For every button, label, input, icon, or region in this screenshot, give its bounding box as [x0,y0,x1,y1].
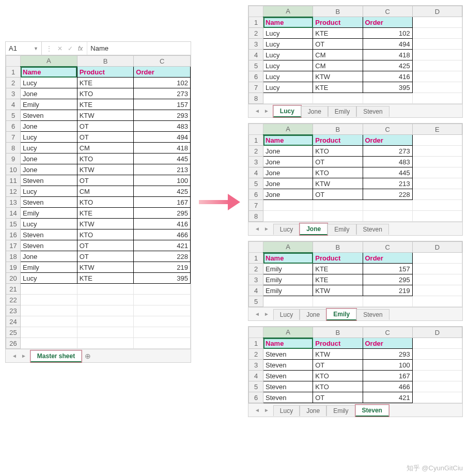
nav-prev-icon[interactable]: ◄ [255,108,260,114]
row-header-25[interactable]: 25 [6,327,21,338]
cell[interactable]: 416 [363,71,412,82]
cell[interactable]: KTW [77,262,134,273]
row-header-9[interactable]: 9 [6,153,21,164]
cell[interactable]: 421 [134,240,191,251]
cell[interactable]: 466 [363,381,412,392]
cell[interactable]: 100 [363,360,412,371]
master-grid[interactable]: ABC1NameProductOrder2LucyKTE1023JoneKTO2… [6,55,191,349]
cell[interactable]: 157 [363,264,412,274]
col-header-A[interactable]: A [263,124,313,135]
check-icon[interactable]: ✓ [68,45,73,52]
row-header-6[interactable]: 6 [6,121,21,132]
cell[interactable]: 273 [134,88,191,99]
cell[interactable] [412,253,462,264]
cell[interactable]: KTO [313,371,363,381]
nav-prev-icon[interactable]: ◄ [255,407,260,413]
cell[interactable]: Lucy [21,143,77,153]
cell[interactable] [412,296,462,307]
cell[interactable]: Emily [21,208,77,219]
row-header-24[interactable]: 24 [6,316,21,327]
cell[interactable] [412,189,462,200]
cell[interactable]: Jone [21,121,77,132]
cell[interactable]: Jone [21,251,77,262]
nav-next-icon[interactable]: ► [264,226,269,232]
cell[interactable]: CM [77,186,134,197]
row-header-21[interactable]: 21 [6,284,21,295]
select-all-corner[interactable] [249,242,263,253]
nav-prev-icon[interactable]: ◄ [255,226,260,232]
cell[interactable]: 425 [134,186,191,197]
cell[interactable] [77,316,134,327]
row-header-8[interactable]: 8 [249,93,263,104]
cell[interactable] [412,392,462,403]
cell[interactable]: KTO [313,167,363,178]
cell[interactable] [412,71,462,82]
row-header-6[interactable]: 6 [249,189,263,200]
cell[interactable]: Steven [21,240,77,251]
cell[interactable] [21,295,77,305]
cell[interactable]: OT [313,157,363,167]
cell[interactable]: Lucy [21,132,77,143]
cell[interactable] [412,381,462,392]
cell[interactable] [412,211,462,222]
cell[interactable]: Jone [263,157,313,167]
col-header-D[interactable]: D [412,242,462,253]
row-header-2[interactable]: 2 [249,28,263,39]
cell[interactable] [412,39,462,50]
cell[interactable]: Jone [21,88,77,99]
cell[interactable] [363,296,412,307]
col-header-A[interactable]: A [263,242,313,253]
cell[interactable] [134,316,191,327]
cell[interactable]: Steven [263,371,313,381]
col-header-B[interactable]: B [313,6,363,17]
row-header-6[interactable]: 6 [249,392,263,403]
cell[interactable]: OT [77,132,134,143]
cell[interactable] [263,211,313,222]
cell[interactable]: Steven [263,392,313,403]
row-header-3[interactable]: 3 [249,157,263,167]
header-cell[interactable]: Product [313,253,363,264]
cell[interactable]: 445 [134,153,191,164]
cell[interactable]: 102 [363,28,412,39]
cell[interactable]: 421 [363,392,412,403]
col-header-D[interactable]: D [412,6,462,17]
select-all-corner[interactable] [249,6,263,17]
cell[interactable]: OT [77,175,134,186]
row-header-14[interactable]: 14 [6,208,21,219]
cell[interactable]: OT [313,360,363,371]
sheet-tab-emily[interactable]: Emily [326,309,356,320]
cell[interactable]: 416 [134,219,191,229]
cell[interactable]: Steven [21,197,77,208]
cell[interactable] [313,296,363,307]
sheet-tab-steven[interactable]: Steven [355,405,389,417]
cell[interactable] [21,284,77,295]
formula-input[interactable]: Name [87,42,191,55]
cell[interactable]: 466 [134,229,191,240]
row-header-22[interactable]: 22 [6,295,21,305]
cell[interactable]: 395 [134,273,191,284]
cell[interactable]: 228 [363,189,412,200]
cell[interactable]: KTW [313,71,363,82]
cell[interactable]: OT [313,392,363,403]
cell[interactable] [21,338,77,349]
sheet-tab-steven[interactable]: Steven [356,106,389,117]
cell[interactable]: KTO [77,153,134,164]
row-header-15[interactable]: 15 [6,219,21,229]
cell[interactable]: Jone [263,167,313,178]
row-header-4[interactable]: 4 [249,371,263,381]
cancel-icon[interactable]: ✕ [57,45,63,52]
name-box[interactable]: A1 ▼ [6,42,42,55]
row-header-23[interactable]: 23 [6,305,21,316]
header-cell[interactable]: Name [263,253,313,264]
nav-next-icon[interactable]: ► [264,407,269,413]
row-header-2[interactable]: 2 [6,78,21,88]
cell[interactable] [412,274,462,285]
cell[interactable]: Steven [21,110,77,121]
cell[interactable] [412,135,462,146]
cell[interactable]: OT [77,121,134,132]
row-header-20[interactable]: 20 [6,273,21,284]
row-header-16[interactable]: 16 [6,229,21,240]
row-header-4[interactable]: 4 [249,167,263,178]
cell[interactable]: 293 [134,110,191,121]
cell[interactable]: KTW [313,349,363,360]
